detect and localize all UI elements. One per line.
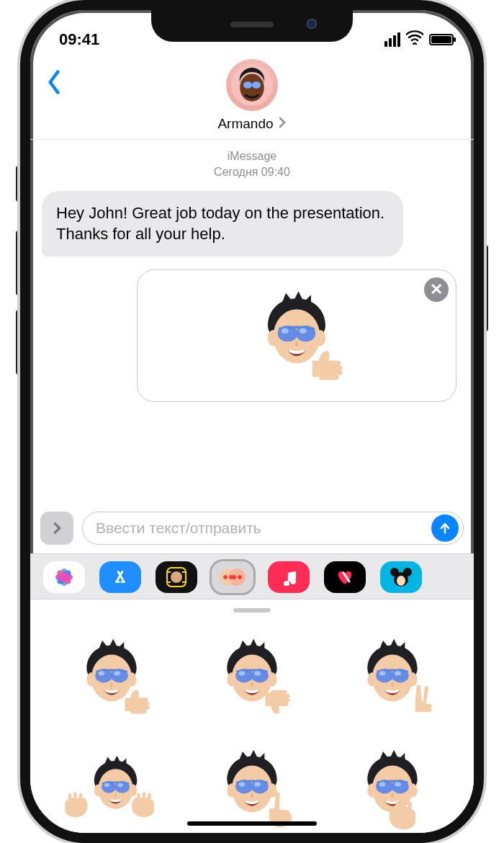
remove-sticker-button[interactable]: ✕ — [424, 277, 449, 302]
digital-touch-app-icon[interactable] — [324, 561, 366, 593]
cell-signal-icon — [384, 32, 400, 47]
contact-avatar[interactable] — [226, 59, 278, 111]
service-label: iMessage — [42, 148, 462, 164]
svg-point-25 — [403, 568, 412, 576]
apple-music-app-icon[interactable] — [268, 561, 310, 593]
sticker-memoji-thumbs-up[interactable] — [46, 621, 176, 736]
message-input[interactable]: Ввести текст/отправить — [82, 512, 464, 545]
sticker-memoji-point-up[interactable] — [186, 746, 317, 833]
staged-memoji-thumbs-up-sticker[interactable] — [243, 283, 351, 391]
conversation-header: Armando — [30, 53, 474, 140]
incoming-message-bubble[interactable]: Hey John! Great job today on the present… — [42, 191, 403, 257]
sticker-pack-app-icon[interactable] — [380, 561, 422, 593]
animoji-app-icon[interactable] — [156, 561, 197, 593]
photos-app-icon[interactable] — [43, 561, 85, 593]
device-notch — [151, 10, 353, 42]
timestamp-label: Сегодня 09:40 — [42, 164, 462, 180]
home-indicator[interactable] — [187, 821, 317, 826]
imessage-app-strip — [30, 553, 474, 833]
sticker-memoji-peace-sign[interactable] — [328, 621, 458, 736]
svg-point-26 — [397, 576, 405, 586]
phone-frame: 09:41 Armando — [20, 0, 484, 843]
thread-meta: iMessage Сегодня 09:40 — [42, 148, 462, 181]
sticker-memoji-shush[interactable] — [328, 746, 458, 833]
back-button[interactable] — [46, 69, 62, 95]
contact-name-button[interactable]: Armando — [217, 115, 286, 132]
staged-sticker-preview: ✕ — [137, 269, 456, 402]
expand-apps-button[interactable] — [40, 512, 73, 545]
contact-name-label: Armando — [217, 116, 273, 132]
wifi-icon — [406, 30, 423, 49]
chevron-right-icon — [278, 115, 287, 132]
message-input-placeholder: Ввести текст/отправить — [96, 519, 261, 537]
app-store-icon[interactable] — [99, 561, 141, 593]
drawer-grabber[interactable] — [233, 608, 271, 612]
battery-icon — [429, 34, 454, 45]
sticker-memoji-jazz-hands[interactable] — [46, 746, 176, 833]
memoji-sticker-drawer[interactable] — [30, 599, 474, 833]
status-time: 09:41 — [59, 30, 99, 49]
svg-point-20 — [171, 571, 182, 583]
memoji-stickers-app-icon[interactable] — [212, 561, 253, 593]
close-icon: ✕ — [430, 280, 443, 299]
message-thread[interactable]: iMessage Сегодня 09:40 Hey John! Great j… — [30, 140, 474, 512]
arrow-up-icon — [438, 521, 452, 535]
sticker-memoji-thumbs-down[interactable] — [186, 621, 317, 736]
send-button[interactable] — [431, 514, 459, 542]
svg-point-24 — [390, 568, 399, 576]
incoming-message-text: Hey John! Great job today on the present… — [56, 204, 384, 244]
